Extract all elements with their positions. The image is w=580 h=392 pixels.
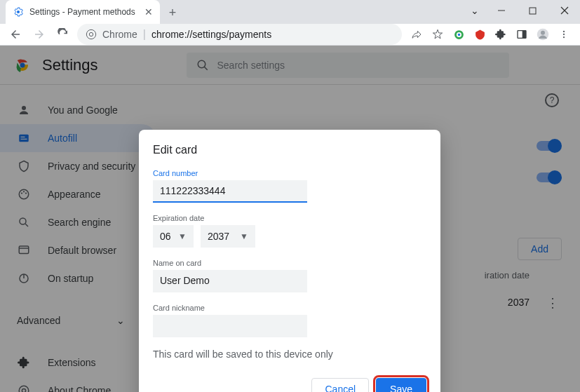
browser-tab[interactable]: Settings - Payment methods ✕: [6, 0, 160, 24]
month-value: 06: [160, 231, 171, 242]
save-note: This card will be saved to this device o…: [153, 349, 426, 360]
card-nickname-label: Card nickname: [153, 304, 426, 312]
svg-point-0: [17, 11, 20, 13]
expiration-label: Expiration date: [153, 214, 426, 222]
tab-close-icon[interactable]: ✕: [144, 6, 153, 18]
side-panel-icon[interactable]: [515, 28, 528, 41]
back-button[interactable]: [6, 25, 25, 44]
svg-point-14: [563, 31, 565, 32]
close-window-button[interactable]: [548, 0, 580, 21]
card-number-input[interactable]: [153, 180, 307, 203]
share-icon[interactable]: [410, 28, 423, 41]
new-tab-button[interactable]: +: [163, 3, 182, 22]
toolbar-actions: [406, 28, 574, 41]
chevron-down-icon[interactable]: ⌄: [464, 0, 485, 21]
svg-point-6: [89, 32, 93, 36]
save-button[interactable]: Save: [376, 378, 426, 392]
profile-icon[interactable]: [537, 28, 549, 41]
year-value: 2037: [208, 231, 229, 242]
svg-point-5: [86, 29, 95, 39]
titlebar: Settings - Payment methods ✕ + ⌄: [0, 0, 580, 24]
url-prefix: Chrome: [102, 29, 137, 40]
cancel-button[interactable]: Cancel: [311, 378, 369, 392]
expiration-month-select[interactable]: 06 ▼: [153, 225, 194, 248]
name-on-card-label: Name on card: [153, 259, 426, 267]
card-number-label: Card number: [153, 169, 426, 177]
window-controls: ⌄: [464, 0, 580, 21]
dialog-title: Edit card: [153, 144, 426, 156]
settings-page: Settings You and Google Autofill Privacy…: [0, 46, 580, 392]
card-nickname-input[interactable]: [153, 315, 307, 337]
adblock-extension-icon[interactable]: [473, 28, 486, 41]
url-path: chrome://settings/payments: [151, 29, 271, 40]
edit-card-dialog: Edit card Card number Expiration date 06…: [139, 130, 440, 392]
reload-button[interactable]: [53, 25, 73, 44]
minimize-button[interactable]: [485, 0, 517, 21]
tab-title: Settings - Payment methods: [29, 7, 139, 17]
forward-button[interactable]: [29, 25, 49, 44]
expiration-year-select[interactable]: 2037 ▼: [201, 225, 255, 248]
svg-rect-11: [522, 31, 526, 39]
address-bar[interactable]: Chrome | chrome://settings/payments: [77, 24, 402, 45]
svg-point-15: [563, 34, 565, 35]
extensions-icon[interactable]: [494, 28, 507, 41]
caret-down-icon: ▼: [178, 231, 187, 241]
svg-point-9: [457, 33, 460, 36]
menu-icon[interactable]: [558, 28, 570, 41]
name-on-card-input[interactable]: [153, 270, 307, 292]
svg-point-13: [541, 31, 545, 35]
browser-toolbar: Chrome | chrome://settings/payments: [0, 24, 580, 46]
globe-extension-icon[interactable]: [452, 28, 465, 41]
bookmark-icon[interactable]: [431, 28, 444, 41]
maximize-button[interactable]: [517, 0, 548, 21]
svg-rect-2: [530, 8, 536, 14]
svg-point-16: [563, 36, 565, 38]
caret-down-icon: ▼: [240, 231, 248, 241]
gear-icon: [13, 6, 24, 18]
chrome-icon: [86, 29, 97, 40]
